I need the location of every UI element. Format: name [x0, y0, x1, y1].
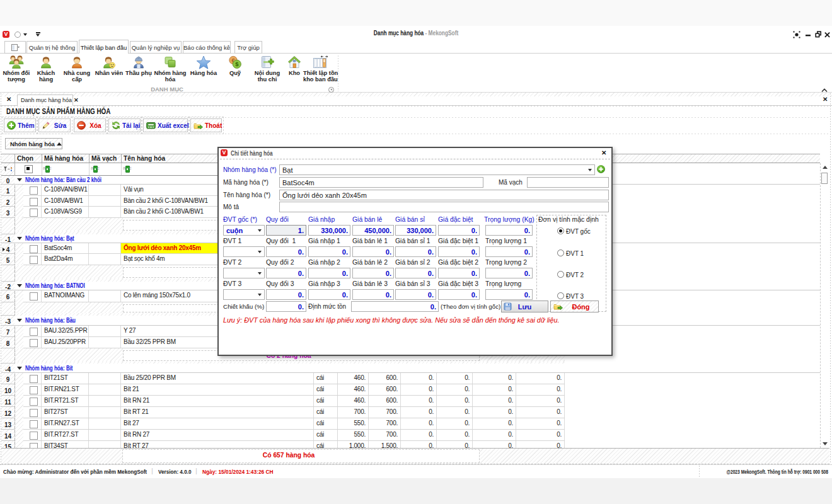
svg-text:$: $: [235, 60, 239, 67]
